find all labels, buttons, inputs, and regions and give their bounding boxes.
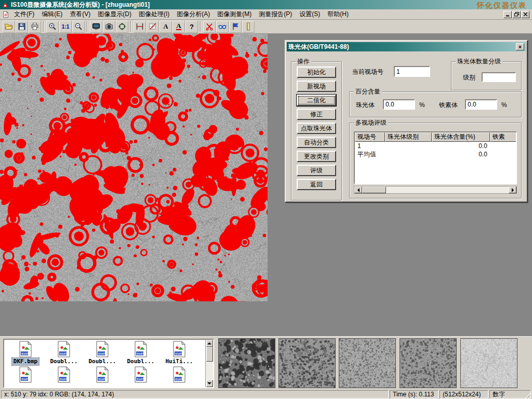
level-input[interactable] bbox=[482, 72, 516, 82]
workspace: 珠光体(GB/T9441-88) × 操作 初始化新视场二值化修正点取珠光体自动… bbox=[0, 34, 532, 336]
mdi-restore-button[interactable] bbox=[512, 11, 521, 18]
bmp-file-icon: BMP bbox=[19, 366, 32, 383]
grading-legend: 珠光体数量分级 bbox=[456, 58, 502, 65]
operation-button[interactable]: 更改类别 bbox=[297, 151, 336, 162]
image-thumbnail[interactable] bbox=[339, 338, 396, 388]
table-hscrollbar[interactable] bbox=[354, 186, 517, 194]
operation-button[interactable]: 修正 bbox=[297, 109, 336, 120]
menu-bar: 文件(F)编辑(E)查看(V)图像显示(D)图像处理(I)图像分析(A)图像测量… bbox=[0, 9, 532, 20]
open-icon[interactable] bbox=[3, 21, 15, 33]
glasses-icon[interactable] bbox=[216, 21, 229, 33]
scroll-down-button[interactable] bbox=[206, 380, 213, 387]
table-column-header[interactable]: 视场号 bbox=[355, 132, 385, 142]
ruler-icon[interactable] bbox=[242, 21, 255, 33]
menu-item[interactable]: 帮助(H) bbox=[324, 9, 352, 20]
grading-group: 珠光体数量分级 级别 bbox=[451, 61, 522, 90]
operation-buttons: 初始化新视场二值化修正点取珠光体自动分类更改类别评级返回 bbox=[291, 62, 341, 190]
grid-measure-icon[interactable] bbox=[147, 21, 159, 33]
rating-table: 视场号珠光体级别珠光体含量(%)铁素 10.0平均值0.0 bbox=[354, 131, 517, 184]
file-list-scrollbar[interactable] bbox=[205, 340, 213, 387]
table-row[interactable]: 平均值0.0 bbox=[355, 150, 516, 158]
toolbar-separator bbox=[200, 21, 201, 32]
menu-item[interactable]: 编辑(E) bbox=[38, 9, 66, 20]
pearlite-value-input[interactable] bbox=[383, 99, 415, 110]
operation-button[interactable]: 新视场 bbox=[297, 81, 336, 92]
zoom-in-icon[interactable] bbox=[46, 21, 59, 33]
operation-button[interactable]: 返回 bbox=[297, 179, 336, 190]
mdi-close-button[interactable] bbox=[521, 11, 529, 18]
file-name-label: DKF.bmp bbox=[12, 358, 39, 365]
menu-item[interactable]: 图像显示(D) bbox=[94, 9, 135, 20]
table-cell: 0.0 bbox=[432, 142, 490, 150]
table-column-header[interactable]: 珠光体含量(%) bbox=[432, 132, 490, 142]
document-icon[interactable] bbox=[1, 10, 10, 19]
title-bar[interactable]: IS100显微摄像系统(金相分析版) - [zhuguangti01] bbox=[0, 0, 532, 9]
operation-button[interactable]: 初始化 bbox=[297, 66, 336, 78]
save-icon[interactable] bbox=[16, 21, 28, 33]
toolbar-separator bbox=[87, 21, 88, 32]
operation-button[interactable]: 点取珠光体 bbox=[297, 123, 336, 134]
file-item[interactable]: BMP bbox=[6, 366, 45, 383]
dialog-title: 珠光体(GB/T9441-88) bbox=[288, 43, 349, 51]
menu-item[interactable]: 文件(F) bbox=[10, 9, 38, 20]
display-icon[interactable] bbox=[90, 21, 102, 33]
dialog-close-button[interactable]: × bbox=[516, 43, 524, 50]
ferrite-unit: % bbox=[501, 100, 507, 110]
svg-text:BMP: BMP bbox=[175, 352, 182, 355]
current-field-input[interactable] bbox=[394, 66, 430, 77]
mdi-minimize-button[interactable] bbox=[503, 11, 512, 18]
file-item[interactable]: BMP bbox=[122, 366, 160, 383]
bmp-file-icon: BMP bbox=[134, 366, 148, 383]
file-item[interactable]: BMPHuiTi... bbox=[160, 341, 198, 365]
image-thumbnail[interactable] bbox=[218, 338, 275, 388]
target-icon[interactable] bbox=[116, 21, 128, 33]
dialog-title-bar[interactable]: 珠光体(GB/T9441-88) × bbox=[287, 42, 526, 51]
file-item[interactable]: BMPDoubl... bbox=[122, 341, 160, 365]
file-item[interactable]: BMPDKF.bmp bbox=[6, 341, 45, 365]
scroll-up-button[interactable] bbox=[206, 340, 213, 347]
operation-button[interactable]: 二值化 bbox=[297, 95, 336, 106]
menu-item[interactable]: 图像分析(A) bbox=[173, 9, 214, 20]
caliper-icon[interactable] bbox=[134, 21, 146, 33]
ferrite-value-input[interactable] bbox=[465, 99, 497, 110]
actual-size-icon[interactable]: 1:1 bbox=[59, 21, 72, 33]
operation-button[interactable]: 自动分类 bbox=[297, 137, 336, 148]
camera-icon[interactable] bbox=[103, 21, 115, 33]
zoom-out-icon[interactable] bbox=[72, 21, 85, 33]
status-mode: 数字 bbox=[489, 390, 531, 398]
thumbnail-image bbox=[339, 339, 395, 388]
table-row[interactable]: 10.0 bbox=[355, 142, 516, 150]
file-row-2: BMPBMPBMPBMPBMP bbox=[4, 365, 213, 383]
flag-icon[interactable] bbox=[229, 21, 242, 33]
table-column-header[interactable]: 铁素 bbox=[490, 132, 517, 142]
image-thumbnail[interactable] bbox=[400, 338, 457, 388]
file-scroll-thumb[interactable] bbox=[206, 347, 213, 362]
file-item[interactable]: BMP bbox=[45, 366, 83, 383]
file-item[interactable]: BMPDoubl... bbox=[83, 341, 122, 365]
scroll-left-button[interactable] bbox=[354, 187, 362, 193]
file-item[interactable]: BMP bbox=[83, 366, 122, 383]
menu-item[interactable]: 查看(V) bbox=[66, 9, 94, 20]
svg-text:BMP: BMP bbox=[21, 377, 28, 381]
scroll-thumb[interactable] bbox=[362, 187, 386, 193]
menu-item[interactable]: 图像处理(I) bbox=[135, 9, 173, 20]
menu-item[interactable]: 测量报告(P) bbox=[255, 9, 296, 20]
file-item[interactable]: BMPDoubl... bbox=[45, 341, 83, 365]
menu-item[interactable]: 图像测量(M) bbox=[214, 9, 255, 20]
font-icon[interactable]: A bbox=[159, 21, 172, 33]
image-thumbnail[interactable] bbox=[278, 338, 336, 388]
resize-grip[interactable] bbox=[524, 391, 530, 398]
operation-legend: 操作 bbox=[296, 58, 311, 65]
font-style-icon[interactable]: A bbox=[172, 21, 185, 33]
print-icon[interactable] bbox=[29, 21, 41, 33]
ferrite-label: 铁素体 bbox=[439, 100, 458, 110]
help-icon[interactable]: ? bbox=[185, 21, 198, 33]
image-thumbnail[interactable] bbox=[460, 338, 517, 388]
metallographic-image[interactable] bbox=[0, 34, 268, 301]
scroll-right-button[interactable] bbox=[509, 187, 516, 193]
table-column-header[interactable]: 珠光体级别 bbox=[385, 132, 432, 142]
operation-button[interactable]: 评级 bbox=[297, 165, 336, 176]
cut-icon[interactable] bbox=[203, 21, 216, 33]
file-item[interactable]: BMP bbox=[160, 366, 198, 383]
menu-item[interactable]: 设置(S) bbox=[296, 9, 324, 20]
